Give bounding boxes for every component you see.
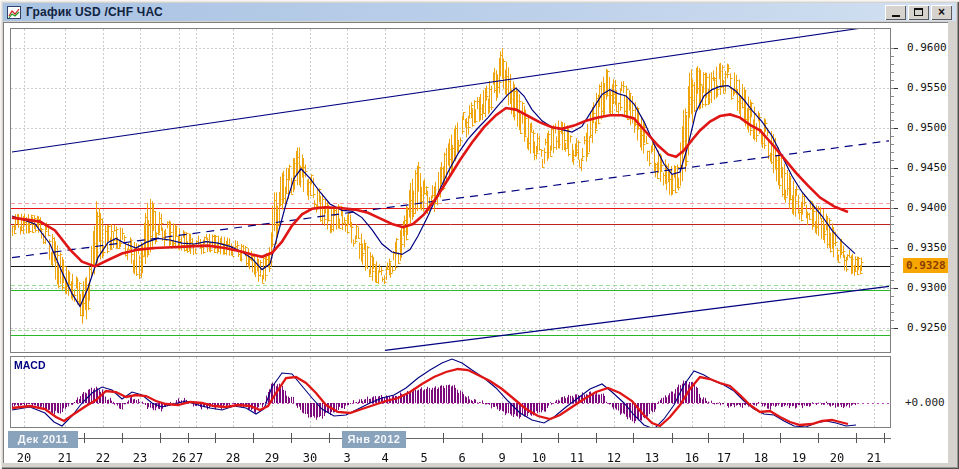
time-axis-tick bbox=[84, 433, 85, 443]
time-axis-tick bbox=[443, 433, 444, 443]
price-axis-minor-tick bbox=[891, 128, 894, 129]
chart-window: График USD /CHF ЧАС × Exponential_Moving… bbox=[0, 0, 959, 469]
main-price-chart-canvas[interactable] bbox=[10, 28, 891, 353]
time-axis-tick bbox=[215, 433, 216, 443]
time-axis-tick bbox=[672, 433, 673, 443]
price-axis-minor-tick bbox=[891, 120, 894, 121]
price-axis-minor-tick bbox=[891, 96, 894, 97]
price-axis-label: 0.9300 bbox=[907, 281, 951, 295]
day-axis-label: 12 bbox=[601, 451, 627, 465]
time-axis-tick bbox=[253, 433, 254, 443]
price-axis-minor-tick bbox=[891, 328, 894, 329]
price-axis-minor-tick bbox=[891, 312, 894, 313]
price-axis-label: 0.9450 bbox=[907, 161, 951, 175]
price-axis-label: 0.9250 bbox=[907, 321, 951, 335]
close-icon: × bbox=[938, 7, 945, 17]
day-axis-label: 11 bbox=[564, 451, 590, 465]
day-axis-label: 16 bbox=[679, 451, 705, 465]
month-marker: Янв 2012 bbox=[342, 431, 406, 448]
day-axis-label: 20 bbox=[824, 451, 850, 465]
macd-indicator-canvas[interactable] bbox=[10, 356, 891, 428]
macd-panel-label: MACD bbox=[14, 359, 46, 371]
price-axis-minor-tick bbox=[891, 200, 894, 201]
time-axis-tick bbox=[596, 433, 597, 443]
time-axis-tick bbox=[708, 433, 709, 443]
price-axis-minor-tick bbox=[891, 112, 894, 113]
price-axis-minor-tick bbox=[891, 184, 894, 185]
minimize-icon bbox=[892, 15, 900, 17]
price-axis-minor-tick bbox=[891, 256, 894, 257]
day-axis-label: 9 bbox=[489, 451, 515, 465]
price-axis-label: 0.9600 bbox=[907, 41, 951, 55]
maximize-icon bbox=[914, 8, 923, 16]
title-bar[interactable]: График USD /CHF ЧАС × bbox=[3, 3, 956, 21]
price-axis-minor-tick bbox=[891, 320, 894, 321]
minimize-button[interactable] bbox=[885, 5, 906, 20]
day-axis-label: 10 bbox=[526, 451, 552, 465]
price-axis-minor-tick bbox=[891, 72, 894, 73]
price-axis-label: 0.9500 bbox=[907, 121, 951, 135]
month-marker: Дек 2011 bbox=[8, 431, 78, 448]
price-axis-minor-tick bbox=[891, 88, 894, 89]
macd-zero-value-label: +0.000 bbox=[905, 396, 945, 409]
day-axis-label: 27 bbox=[183, 451, 209, 465]
close-button[interactable]: × bbox=[931, 5, 952, 20]
time-axis-tick bbox=[856, 433, 857, 443]
price-axis-minor-tick bbox=[891, 168, 894, 169]
price-axis-minor-tick bbox=[891, 304, 894, 305]
price-axis-minor-tick bbox=[891, 224, 894, 225]
price-axis-minor-tick bbox=[891, 48, 894, 49]
price-axis-label: 0.9550 bbox=[907, 81, 951, 95]
time-axis-tick bbox=[558, 433, 559, 443]
day-axis-label: 6 bbox=[449, 451, 475, 465]
day-axis-label: 5 bbox=[411, 451, 437, 465]
price-axis-minor-tick bbox=[891, 240, 894, 241]
day-axis-label: 23 bbox=[127, 451, 153, 465]
window-title: График USD /CHF ЧАС bbox=[26, 5, 163, 19]
day-axis-label: 4 bbox=[372, 451, 398, 465]
time-axis-tick bbox=[780, 433, 781, 443]
day-axis-label: 17 bbox=[711, 451, 737, 465]
price-axis-minor-tick bbox=[891, 176, 894, 177]
time-axis-tick bbox=[884, 433, 885, 443]
time-axis-tick bbox=[482, 433, 483, 443]
price-axis-minor-tick bbox=[891, 216, 894, 217]
price-axis-minor-tick bbox=[891, 192, 894, 193]
time-axis-tick bbox=[188, 433, 189, 443]
day-axis-label: 22 bbox=[90, 451, 116, 465]
price-axis-minor-tick bbox=[891, 152, 894, 153]
time-axis-tick bbox=[329, 433, 330, 443]
price-axis-minor-tick bbox=[891, 144, 894, 145]
window-controls: × bbox=[885, 5, 952, 20]
price-axis-minor-tick bbox=[891, 64, 894, 65]
time-axis-tick bbox=[818, 433, 819, 443]
day-axis-label: 19 bbox=[786, 451, 812, 465]
price-axis-minor-tick bbox=[891, 136, 894, 137]
maximize-button[interactable] bbox=[908, 5, 929, 20]
price-axis-minor-tick bbox=[891, 104, 894, 105]
time-axis-tick bbox=[122, 433, 123, 443]
price-axis-minor-tick bbox=[891, 160, 894, 161]
price-axis-minor-tick bbox=[891, 272, 894, 273]
day-axis-label: 28 bbox=[220, 451, 246, 465]
price-axis-minor-tick bbox=[891, 208, 894, 209]
day-axis-label: 18 bbox=[748, 451, 774, 465]
price-axis-minor-tick bbox=[891, 288, 894, 289]
price-axis-label: 0.9400 bbox=[907, 201, 951, 215]
day-axis-label: 3 bbox=[334, 451, 360, 465]
price-axis-minor-tick bbox=[891, 264, 894, 265]
day-axis-label: 30 bbox=[297, 451, 323, 465]
price-axis-minor-tick bbox=[891, 232, 894, 233]
time-axis-tick bbox=[633, 433, 634, 443]
time-axis-tick bbox=[743, 433, 744, 443]
price-axis-minor-tick bbox=[891, 296, 894, 297]
price-axis-minor-tick bbox=[891, 280, 894, 281]
day-axis-label: 29 bbox=[259, 451, 285, 465]
time-axis-tick bbox=[291, 433, 292, 443]
price-axis-minor-tick bbox=[891, 248, 894, 249]
price-axis-label: 0.9350 bbox=[907, 241, 951, 255]
day-axis-label: 21 bbox=[52, 451, 78, 465]
time-axis-tick bbox=[160, 433, 161, 443]
price-axis-minor-tick bbox=[891, 80, 894, 81]
price-axis-minor-tick bbox=[891, 56, 894, 57]
